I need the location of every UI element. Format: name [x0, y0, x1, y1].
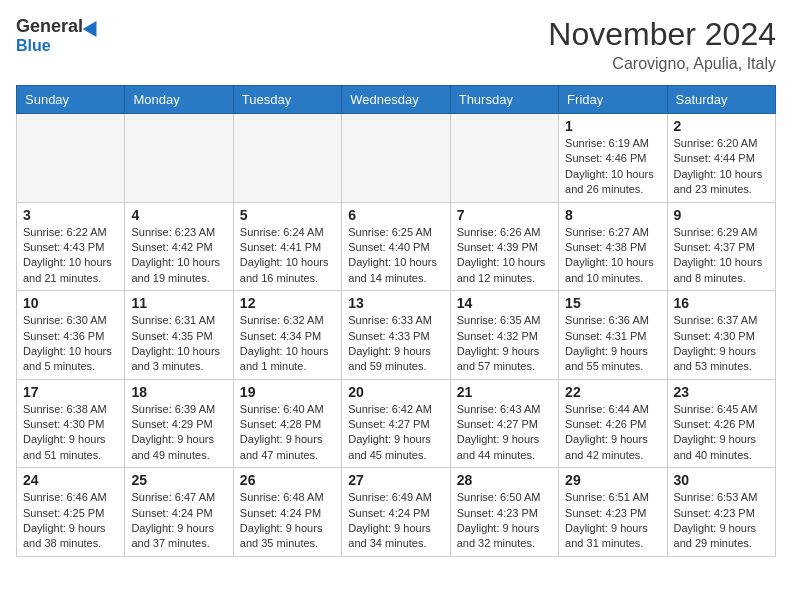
day-number: 22: [565, 384, 660, 400]
calendar-cell: [342, 114, 450, 203]
calendar-cell: 6Sunrise: 6:25 AM Sunset: 4:40 PM Daylig…: [342, 202, 450, 291]
calendar-cell: [125, 114, 233, 203]
day-info: Sunrise: 6:39 AM Sunset: 4:29 PM Dayligh…: [131, 402, 226, 464]
month-title: November 2024: [548, 16, 776, 53]
column-header-thursday: Thursday: [450, 86, 558, 114]
calendar-cell: 28Sunrise: 6:50 AM Sunset: 4:23 PM Dayli…: [450, 468, 558, 557]
calendar-cell: 13Sunrise: 6:33 AM Sunset: 4:33 PM Dayli…: [342, 291, 450, 380]
day-number: 23: [674, 384, 769, 400]
logo-blue-text: Blue: [16, 37, 51, 55]
logo-general-text: General: [16, 16, 83, 37]
calendar-cell: 12Sunrise: 6:32 AM Sunset: 4:34 PM Dayli…: [233, 291, 341, 380]
calendar-cell: 29Sunrise: 6:51 AM Sunset: 4:23 PM Dayli…: [559, 468, 667, 557]
day-number: 5: [240, 207, 335, 223]
day-info: Sunrise: 6:19 AM Sunset: 4:46 PM Dayligh…: [565, 136, 660, 198]
day-number: 12: [240, 295, 335, 311]
day-number: 28: [457, 472, 552, 488]
calendar-week-1: 1Sunrise: 6:19 AM Sunset: 4:46 PM Daylig…: [17, 114, 776, 203]
day-number: 25: [131, 472, 226, 488]
day-info: Sunrise: 6:40 AM Sunset: 4:28 PM Dayligh…: [240, 402, 335, 464]
day-number: 10: [23, 295, 118, 311]
column-header-friday: Friday: [559, 86, 667, 114]
page-header: General Blue November 2024 Carovigno, Ap…: [16, 16, 776, 73]
day-number: 29: [565, 472, 660, 488]
calendar-cell: 14Sunrise: 6:35 AM Sunset: 4:32 PM Dayli…: [450, 291, 558, 380]
location-subtitle: Carovigno, Apulia, Italy: [548, 55, 776, 73]
day-info: Sunrise: 6:32 AM Sunset: 4:34 PM Dayligh…: [240, 313, 335, 375]
day-number: 6: [348, 207, 443, 223]
day-number: 13: [348, 295, 443, 311]
calendar-cell: 4Sunrise: 6:23 AM Sunset: 4:42 PM Daylig…: [125, 202, 233, 291]
calendar-week-3: 10Sunrise: 6:30 AM Sunset: 4:36 PM Dayli…: [17, 291, 776, 380]
day-info: Sunrise: 6:38 AM Sunset: 4:30 PM Dayligh…: [23, 402, 118, 464]
day-number: 30: [674, 472, 769, 488]
calendar-cell: 20Sunrise: 6:42 AM Sunset: 4:27 PM Dayli…: [342, 379, 450, 468]
day-info: Sunrise: 6:26 AM Sunset: 4:39 PM Dayligh…: [457, 225, 552, 287]
day-info: Sunrise: 6:25 AM Sunset: 4:40 PM Dayligh…: [348, 225, 443, 287]
day-number: 20: [348, 384, 443, 400]
logo-triangle-icon: [83, 16, 104, 36]
day-number: 18: [131, 384, 226, 400]
calendar-cell: 26Sunrise: 6:48 AM Sunset: 4:24 PM Dayli…: [233, 468, 341, 557]
day-info: Sunrise: 6:48 AM Sunset: 4:24 PM Dayligh…: [240, 490, 335, 552]
day-info: Sunrise: 6:51 AM Sunset: 4:23 PM Dayligh…: [565, 490, 660, 552]
day-number: 21: [457, 384, 552, 400]
calendar-week-2: 3Sunrise: 6:22 AM Sunset: 4:43 PM Daylig…: [17, 202, 776, 291]
calendar-cell: 18Sunrise: 6:39 AM Sunset: 4:29 PM Dayli…: [125, 379, 233, 468]
calendar-cell: [17, 114, 125, 203]
day-number: 26: [240, 472, 335, 488]
day-info: Sunrise: 6:31 AM Sunset: 4:35 PM Dayligh…: [131, 313, 226, 375]
calendar-cell: 22Sunrise: 6:44 AM Sunset: 4:26 PM Dayli…: [559, 379, 667, 468]
day-info: Sunrise: 6:33 AM Sunset: 4:33 PM Dayligh…: [348, 313, 443, 375]
column-header-tuesday: Tuesday: [233, 86, 341, 114]
calendar-cell: 5Sunrise: 6:24 AM Sunset: 4:41 PM Daylig…: [233, 202, 341, 291]
calendar-cell: 24Sunrise: 6:46 AM Sunset: 4:25 PM Dayli…: [17, 468, 125, 557]
calendar-cell: 1Sunrise: 6:19 AM Sunset: 4:46 PM Daylig…: [559, 114, 667, 203]
calendar-cell: 30Sunrise: 6:53 AM Sunset: 4:23 PM Dayli…: [667, 468, 775, 557]
day-info: Sunrise: 6:36 AM Sunset: 4:31 PM Dayligh…: [565, 313, 660, 375]
calendar-cell: 8Sunrise: 6:27 AM Sunset: 4:38 PM Daylig…: [559, 202, 667, 291]
calendar-cell: 16Sunrise: 6:37 AM Sunset: 4:30 PM Dayli…: [667, 291, 775, 380]
day-number: 8: [565, 207, 660, 223]
day-number: 27: [348, 472, 443, 488]
calendar-cell: 21Sunrise: 6:43 AM Sunset: 4:27 PM Dayli…: [450, 379, 558, 468]
day-info: Sunrise: 6:35 AM Sunset: 4:32 PM Dayligh…: [457, 313, 552, 375]
calendar-cell: 17Sunrise: 6:38 AM Sunset: 4:30 PM Dayli…: [17, 379, 125, 468]
calendar-header-row: SundayMondayTuesdayWednesdayThursdayFrid…: [17, 86, 776, 114]
day-number: 24: [23, 472, 118, 488]
day-info: Sunrise: 6:46 AM Sunset: 4:25 PM Dayligh…: [23, 490, 118, 552]
day-info: Sunrise: 6:23 AM Sunset: 4:42 PM Dayligh…: [131, 225, 226, 287]
calendar-cell: 15Sunrise: 6:36 AM Sunset: 4:31 PM Dayli…: [559, 291, 667, 380]
calendar-cell: [233, 114, 341, 203]
calendar-cell: 11Sunrise: 6:31 AM Sunset: 4:35 PM Dayli…: [125, 291, 233, 380]
column-header-saturday: Saturday: [667, 86, 775, 114]
calendar-cell: 19Sunrise: 6:40 AM Sunset: 4:28 PM Dayli…: [233, 379, 341, 468]
logo: General Blue: [16, 16, 101, 55]
day-info: Sunrise: 6:44 AM Sunset: 4:26 PM Dayligh…: [565, 402, 660, 464]
day-info: Sunrise: 6:43 AM Sunset: 4:27 PM Dayligh…: [457, 402, 552, 464]
calendar-cell: 3Sunrise: 6:22 AM Sunset: 4:43 PM Daylig…: [17, 202, 125, 291]
calendar-cell: 10Sunrise: 6:30 AM Sunset: 4:36 PM Dayli…: [17, 291, 125, 380]
day-number: 15: [565, 295, 660, 311]
day-number: 17: [23, 384, 118, 400]
day-number: 11: [131, 295, 226, 311]
day-number: 2: [674, 118, 769, 134]
calendar-week-4: 17Sunrise: 6:38 AM Sunset: 4:30 PM Dayli…: [17, 379, 776, 468]
day-number: 14: [457, 295, 552, 311]
day-info: Sunrise: 6:47 AM Sunset: 4:24 PM Dayligh…: [131, 490, 226, 552]
day-number: 1: [565, 118, 660, 134]
calendar-week-5: 24Sunrise: 6:46 AM Sunset: 4:25 PM Dayli…: [17, 468, 776, 557]
day-info: Sunrise: 6:50 AM Sunset: 4:23 PM Dayligh…: [457, 490, 552, 552]
calendar-cell: [450, 114, 558, 203]
day-info: Sunrise: 6:37 AM Sunset: 4:30 PM Dayligh…: [674, 313, 769, 375]
day-number: 16: [674, 295, 769, 311]
title-section: November 2024 Carovigno, Apulia, Italy: [548, 16, 776, 73]
day-info: Sunrise: 6:24 AM Sunset: 4:41 PM Dayligh…: [240, 225, 335, 287]
day-info: Sunrise: 6:27 AM Sunset: 4:38 PM Dayligh…: [565, 225, 660, 287]
day-info: Sunrise: 6:45 AM Sunset: 4:26 PM Dayligh…: [674, 402, 769, 464]
day-number: 7: [457, 207, 552, 223]
day-info: Sunrise: 6:20 AM Sunset: 4:44 PM Dayligh…: [674, 136, 769, 198]
day-number: 4: [131, 207, 226, 223]
calendar-cell: 2Sunrise: 6:20 AM Sunset: 4:44 PM Daylig…: [667, 114, 775, 203]
calendar-cell: 25Sunrise: 6:47 AM Sunset: 4:24 PM Dayli…: [125, 468, 233, 557]
